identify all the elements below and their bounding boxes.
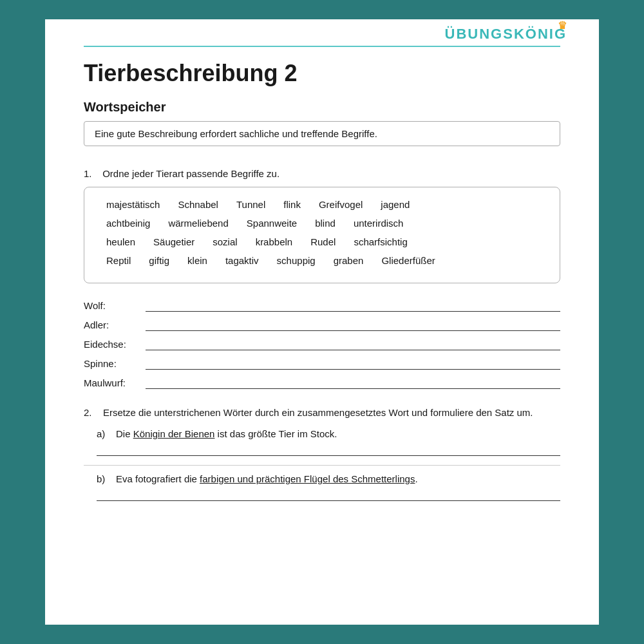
subtask-a-line: [97, 443, 560, 456]
info-box: Eine gute Beschreibung erfordert sachlic…: [84, 121, 560, 146]
word-schuppig: schuppig: [268, 254, 325, 267]
fill-section: Wolf: Adler: Eidechse: Spinne: Maulwurf:: [84, 299, 560, 389]
task1-instruction: 1. Ordne jeder Tierart passende Begriffe…: [84, 168, 560, 179]
word-majestätisch: majestätisch: [97, 198, 169, 211]
word-jagend: jagend: [372, 198, 419, 211]
fill-label-spinne: Spinne:: [84, 358, 142, 369]
section1-title: Wortspeicher: [84, 100, 560, 115]
subtask-a-underlined: Königin der Bienen: [133, 428, 215, 439]
word-rudel: Rudel: [301, 235, 345, 249]
content-area: Tierbeschreibung 2 Wortspeicher Eine gut…: [45, 53, 599, 523]
subtask-b-underlined: farbigen und prächtigen Flügel des Schme…: [200, 473, 415, 484]
word-row-4: Reptil giftig klein tagaktiv schuppig gr…: [97, 254, 547, 267]
fill-label-eidechse: Eidechse:: [84, 339, 142, 350]
info-box-text: Eine gute Beschreibung erfordert sachlic…: [95, 128, 377, 139]
fill-line-wolf: [146, 299, 560, 312]
fill-row-spinne: Spinne:: [84, 357, 560, 370]
fill-label-adler: Adler:: [84, 319, 142, 330]
word-schnabel: Schnabel: [169, 198, 227, 211]
main-title: Tierbeschreibung 2: [84, 60, 560, 87]
word-row-3: heulen Säugetier sozial krabbeln Rudel s…: [97, 235, 547, 249]
word-klein: klein: [178, 254, 216, 267]
subtask-a-label: a): [97, 428, 112, 439]
logo-area: ÜBUNGSKÖNIG ♛: [45, 19, 599, 46]
subtask-b: b) Eva fotografiert die farbigen und prä…: [97, 473, 560, 501]
fill-label-maulwurf: Maulwurf:: [84, 377, 142, 388]
task2-block: 2. Ersetze die unterstrichenen Wörter du…: [84, 407, 560, 501]
fill-line-spinne: [146, 357, 560, 370]
word-sozial: sozial: [204, 235, 246, 249]
task1-number: 1.: [84, 168, 92, 179]
word-tunnel: Tunnel: [227, 198, 274, 211]
subtask-a-text: a) Die Königin der Bienen ist das größte…: [97, 428, 560, 439]
task2-header: 2. Ersetze die unterstrichenen Wörter du…: [84, 407, 560, 418]
subtask-a: a) Die Königin der Bienen ist das größte…: [97, 428, 560, 456]
fill-line-maulwurf: [146, 376, 560, 389]
word-gliederf: Gliederfüßer: [372, 254, 444, 267]
logo: ÜBUNGSKÖNIG ♛: [445, 26, 567, 43]
fill-row-maulwurf: Maulwurf:: [84, 376, 560, 389]
subtask-divider: [84, 465, 560, 466]
fill-line-adler: [146, 318, 560, 331]
crown-icon: ♛: [558, 19, 568, 32]
word-blind: blind: [306, 216, 345, 230]
subtask-b-line: [97, 488, 560, 501]
header-line: [84, 46, 560, 53]
word-box: majestätisch Schnabel Tunnel flink Greif…: [84, 187, 560, 283]
logo-label: ÜBUNGSKÖNIG: [445, 26, 567, 42]
word-reptil: Reptil: [97, 254, 140, 267]
word-unterirdisch: unterirdisch: [345, 216, 413, 230]
task1-instruction-text: Ordne jeder Tierart passende Begriffe zu…: [102, 168, 279, 179]
word-waermeliebend: wärmeliebend: [159, 216, 237, 230]
word-greifvogel: Greifvogel: [310, 198, 372, 211]
word-row-1: majestätisch Schnabel Tunnel flink Greif…: [97, 198, 547, 211]
subtask-b-sentence: Eva fotografiert die farbigen und prächt…: [116, 473, 418, 484]
word-krabbeln: krabbeln: [247, 235, 302, 249]
word-spannweite: Spannweite: [238, 216, 306, 230]
subtask-a-sentence: Die Königin der Bienen ist das größte Ti…: [116, 428, 337, 439]
word-saeugetier: Säugetier: [144, 235, 204, 249]
word-tagaktiv: tagaktiv: [216, 254, 268, 267]
fill-line-eidechse: [146, 337, 560, 350]
page: ÜBUNGSKÖNIG ♛ Tierbeschreibung 2 Wortspe…: [45, 19, 599, 625]
word-heulen: heulen: [97, 235, 144, 249]
word-achtbeinig: achtbeinig: [97, 216, 159, 230]
word-row-2: achtbeinig wärmeliebend Spannweite blind…: [97, 216, 547, 230]
fill-row-eidechse: Eidechse:: [84, 337, 560, 350]
fill-row-wolf: Wolf:: [84, 299, 560, 312]
word-flink: flink: [274, 198, 310, 211]
word-giftig: giftig: [140, 254, 178, 267]
word-scharfsichtig: scharfsichtig: [345, 235, 416, 249]
fill-label-wolf: Wolf:: [84, 300, 142, 311]
subtask-b-text: b) Eva fotografiert die farbigen und prä…: [97, 473, 560, 484]
fill-row-adler: Adler:: [84, 318, 560, 331]
task2-number: 2.: [84, 407, 103, 418]
task2-instruction-text: Ersetze die unterstrichenen Wörter durch…: [103, 407, 560, 418]
subtask-b-label: b): [97, 473, 112, 484]
word-graben: graben: [325, 254, 373, 267]
